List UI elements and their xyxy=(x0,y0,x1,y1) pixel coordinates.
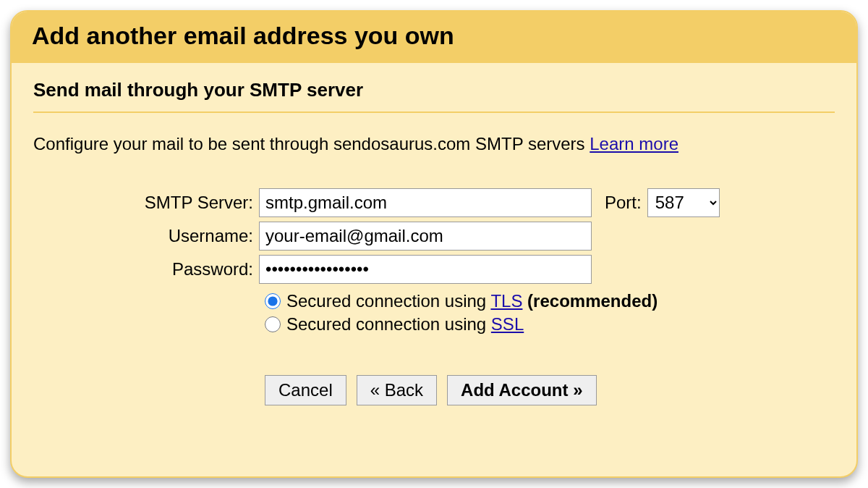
password-row: Password: xyxy=(33,255,835,284)
dialog-title: Add another email address you own xyxy=(32,22,836,50)
learn-more-link[interactable]: Learn more xyxy=(590,134,678,153)
smtp-server-row: SMTP Server: Port: 587 xyxy=(33,188,835,217)
add-email-dialog: Add another email address you own Send m… xyxy=(10,10,858,478)
dialog-header: Add another email address you own xyxy=(12,12,856,63)
dialog-body: Send mail through your SMTP server Confi… xyxy=(12,63,856,427)
port-select[interactable]: 587 xyxy=(647,188,720,217)
ssl-radio-label: Secured connection using SSL xyxy=(286,314,524,335)
back-button[interactable]: « Back xyxy=(357,375,437,405)
password-label: Password: xyxy=(33,259,259,279)
port-group: Port: 587 xyxy=(605,188,720,217)
tls-recommended-text: (recommended) xyxy=(522,291,658,311)
username-input[interactable] xyxy=(259,222,592,251)
button-row: Cancel « Back Add Account » xyxy=(265,375,835,405)
username-label: Username: xyxy=(33,226,259,246)
description-text: Configure your mail to be sent through s… xyxy=(33,134,590,153)
cancel-button[interactable]: Cancel xyxy=(265,375,346,405)
username-row: Username: xyxy=(33,222,835,251)
tls-radio-row: Secured connection using TLS (recommende… xyxy=(265,291,835,311)
dialog-description: Configure your mail to be sent through s… xyxy=(33,132,835,156)
dialog-subheading: Send mail through your SMTP server xyxy=(33,79,835,101)
ssl-prefix-text: Secured connection using xyxy=(286,314,491,334)
smtp-server-input[interactable] xyxy=(259,188,592,217)
port-label: Port: xyxy=(605,193,647,213)
ssl-link[interactable]: SSL xyxy=(491,314,524,334)
ssl-radio[interactable] xyxy=(265,316,281,332)
add-account-button[interactable]: Add Account » xyxy=(447,375,596,405)
tls-prefix-text: Secured connection using xyxy=(286,291,490,311)
tls-link[interactable]: TLS xyxy=(490,291,522,311)
tls-radio-label: Secured connection using TLS (recommende… xyxy=(286,291,658,311)
divider xyxy=(33,112,835,113)
ssl-radio-row: Secured connection using SSL xyxy=(265,314,835,335)
password-input[interactable] xyxy=(259,255,592,284)
smtp-server-label: SMTP Server: xyxy=(33,193,259,213)
tls-radio[interactable] xyxy=(265,293,281,309)
